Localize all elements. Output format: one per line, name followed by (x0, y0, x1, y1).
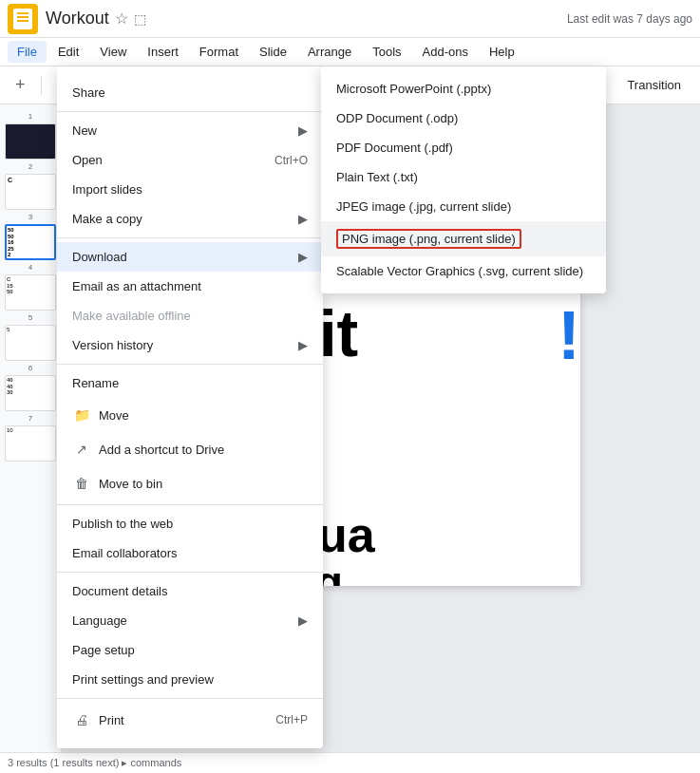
download-png[interactable]: PNG image (.png, current slide) (321, 221, 606, 256)
file-menu-rename[interactable]: Rename (57, 368, 323, 398)
add-slide-btn[interactable]: + (8, 72, 33, 99)
file-menu-move[interactable]: 📁 Move (57, 398, 323, 432)
file-menu-dropdown: Share New ▶ Open Ctrl+O Import slides Ma… (57, 66, 323, 748)
slide-num-2: 2 (0, 162, 61, 171)
menu-slide[interactable]: Slide (250, 41, 296, 63)
slides-panel: 1 2 C 3 505016252 4 C1550 5 5 6 404030 (0, 104, 62, 773)
star-icon[interactable]: ☆ (115, 9, 128, 28)
file-menu-download[interactable]: Download ▶ (57, 242, 323, 272)
menu-insert[interactable]: Insert (138, 41, 188, 63)
bin-icon: 🗑 (72, 474, 91, 493)
slide-num-4: 4 (0, 263, 61, 272)
png-box: PNG image (.png, current slide) (336, 229, 521, 249)
folder-icon[interactable]: ⬚ (134, 11, 146, 27)
menu-tools[interactable]: Tools (363, 41, 410, 63)
download-submenu: Microsoft PowerPoint (.pptx) ODP Documen… (321, 66, 606, 293)
file-menu-open[interactable]: Open Ctrl+O (57, 145, 323, 175)
file-menu-print[interactable]: 🖨 Print Ctrl+P (57, 703, 323, 737)
slide-num-6: 6 (0, 364, 61, 372)
slide-thumb-6[interactable]: 404030 (5, 375, 56, 411)
status-bar: 3 results (1 results next) ▸ commands (0, 752, 700, 773)
file-menu-email-collaborators[interactable]: Email collaborators (57, 538, 323, 568)
file-menu-section-new: New ▶ Open Ctrl+O Import slides Make a c… (57, 111, 323, 237)
file-menu-section-rename: Rename 📁 Move ↗ Add a shortcut to Drive … (57, 364, 323, 504)
slide-thumb-2[interactable]: C (5, 174, 56, 210)
file-menu-language[interactable]: Language ▶ (57, 606, 323, 635)
file-menu-section-details: Document details Language ▶ Page setup P… (57, 572, 323, 698)
file-menu-section-publish: Publish to the web Email collaborators (57, 504, 323, 572)
download-jpg[interactable]: JPEG image (.jpg, current slide) (321, 192, 606, 221)
file-menu-share[interactable]: Share (57, 78, 323, 107)
slide-num-3: 3 (0, 213, 61, 221)
menu-addons[interactable]: Add-ons (413, 41, 478, 63)
menu-format[interactable]: Format (190, 41, 248, 63)
toolbar-sep-1 (41, 76, 42, 95)
download-odp[interactable]: ODP Document (.odp) (321, 104, 606, 133)
menu-help[interactable]: Help (480, 41, 524, 63)
slide-thumb-7[interactable]: 10 (5, 425, 56, 462)
file-menu-print-preview[interactable]: Print settings and preview (57, 665, 323, 694)
shortcut-icon: ↗ (72, 440, 91, 459)
file-menu-offline: Make available offline (57, 301, 323, 330)
file-menu-page-setup[interactable]: Page setup (57, 635, 323, 665)
file-menu-email-attachment[interactable]: Email as an attachment (57, 272, 323, 301)
menu-bar: File Edit View Insert Format Slide Arran… (0, 38, 700, 66)
file-menu-move-bin[interactable]: 🗑 Move to bin (57, 466, 323, 500)
download-pptx[interactable]: Microsoft PowerPoint (.pptx) (321, 74, 606, 104)
file-menu-section-download: Download ▶ Email as an attachment Make a… (57, 237, 323, 364)
status-text: 3 results (1 results next) ▸ commands (8, 757, 181, 769)
last-edit-label: Last edit was 7 days ago (567, 12, 692, 26)
file-menu-copy[interactable]: Make a copy ▶ (57, 204, 323, 234)
menu-file[interactable]: File (8, 41, 47, 63)
slide-num-1: 1 (0, 112, 61, 121)
document-title[interactable]: Workout (46, 9, 109, 28)
download-txt[interactable]: Plain Text (.txt) (321, 162, 606, 192)
move-icon: 📁 (72, 405, 91, 424)
file-menu-section-share: Share (57, 74, 323, 111)
print-icon: 🖨 (72, 710, 91, 729)
slide-num-5: 5 (0, 313, 61, 322)
menu-view[interactable]: View (90, 41, 136, 63)
slide-thumb-3[interactable]: 505016252 (5, 224, 56, 260)
slide-num-7: 7 (0, 414, 61, 423)
menu-arrange[interactable]: Arrange (298, 41, 361, 63)
file-menu-new[interactable]: New ▶ (57, 116, 323, 145)
slide-thumb-5[interactable]: 5 (5, 325, 56, 361)
top-bar: Workout ☆ ⬚ Last edit was 7 days ago (0, 0, 700, 38)
file-menu-add-shortcut[interactable]: ↗ Add a shortcut to Drive (57, 432, 323, 466)
file-menu-doc-details[interactable]: Document details (57, 576, 323, 606)
file-menu-section-print: 🖨 Print Ctrl+P (57, 698, 323, 741)
download-pdf[interactable]: PDF Document (.pdf) (321, 133, 606, 162)
slide-thumb-4[interactable]: C1550 (5, 274, 56, 311)
file-menu-version-history[interactable]: Version history ▶ (57, 330, 323, 360)
transition-btn[interactable]: Transition (615, 74, 692, 96)
download-svg[interactable]: Scalable Vector Graphics (.svg, current … (321, 256, 606, 286)
menu-edit[interactable]: Edit (48, 41, 88, 63)
app-icon (8, 4, 38, 34)
file-menu-import[interactable]: Import slides (57, 175, 323, 204)
slide-text-blue-exclaim: ! (558, 301, 580, 369)
slide-thumb-1[interactable] (5, 123, 56, 160)
file-menu-publish[interactable]: Publish to the web (57, 509, 323, 538)
